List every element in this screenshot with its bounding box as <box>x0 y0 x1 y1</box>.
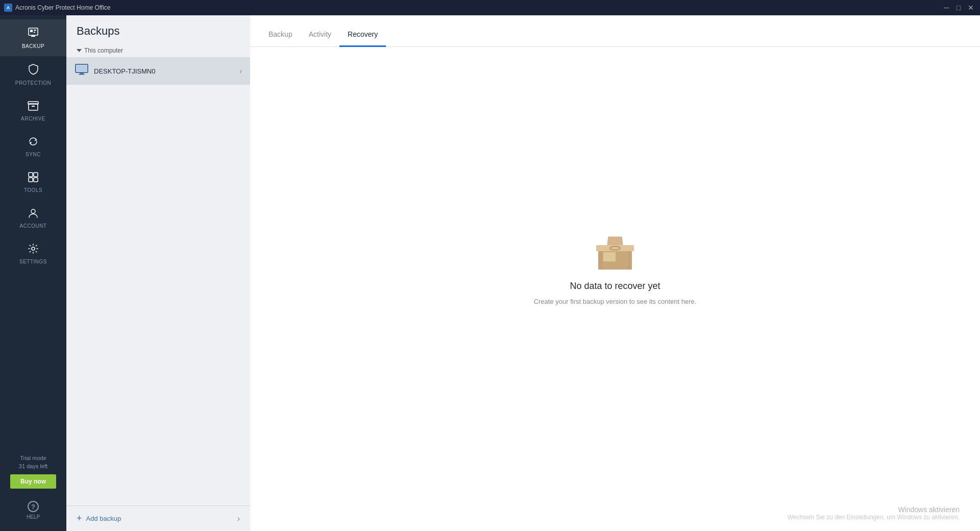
settings-icon <box>28 243 39 256</box>
svg-rect-7 <box>28 102 38 104</box>
sidebar-item-account-label: ACCOUNT <box>20 223 47 229</box>
sidebar-item-settings[interactable]: SETTINGS <box>0 236 66 272</box>
add-backup-bar: + Add backup › <box>66 505 250 531</box>
app-logo: A <box>4 4 12 12</box>
empty-state-icon <box>592 232 638 275</box>
empty-state: No data to recover yet Create your first… <box>250 47 980 531</box>
sidebar-item-protection[interactable]: PROTECTION <box>0 56 66 93</box>
sidebar-item-archive-label: ARCHIVE <box>21 116 45 122</box>
monitor-icon <box>75 63 89 79</box>
sidebar-item-backup[interactable]: BACKUP <box>0 19 66 56</box>
tabs-bar: Backup Activity Recovery <box>250 15 980 47</box>
svg-rect-23 <box>603 252 616 261</box>
right-panel: Backup Activity Recovery <box>250 15 980 531</box>
plus-icon: + <box>77 513 82 524</box>
svg-point-14 <box>32 247 35 250</box>
app-body: BACKUP PROTECTION ARCHIVE <box>0 15 980 531</box>
add-backup-button[interactable]: + Add backup <box>77 513 121 524</box>
tab-backup[interactable]: Backup <box>260 30 301 47</box>
tab-recovery[interactable]: Recovery <box>339 30 386 47</box>
add-backup-label: Add backup <box>86 515 121 522</box>
sidebar-item-settings-label: SETTINGS <box>19 259 47 264</box>
sidebar-item-sync[interactable]: SYNC <box>0 129 66 164</box>
svg-rect-9 <box>29 173 33 177</box>
svg-rect-3 <box>34 32 35 33</box>
window-controls[interactable]: ─ □ ✕ <box>941 3 976 13</box>
svg-rect-17 <box>79 74 85 75</box>
chevron-right-icon: › <box>239 67 242 75</box>
svg-rect-24 <box>598 251 602 270</box>
close-button[interactable]: ✕ <box>966 3 976 13</box>
help-icon: ? <box>28 501 39 512</box>
sidebar-bottom: Trial mode 31 days left Buy now ? HELP <box>0 454 66 531</box>
sidebar-item-sync-label: SYNC <box>26 152 41 157</box>
sidebar: BACKUP PROTECTION ARCHIVE <box>0 15 66 531</box>
empty-state-title: No data to recover yet <box>570 281 660 292</box>
svg-rect-6 <box>29 104 38 110</box>
trial-line1: Trial mode <box>19 454 47 462</box>
collapse-icon[interactable] <box>77 49 82 52</box>
svg-rect-18 <box>77 65 87 71</box>
left-panel: Backups This computer DESKTOP-TJISMN0 › <box>66 15 250 531</box>
backup-icon <box>27 27 39 40</box>
computer-name: DESKTOP-TJISMN0 <box>94 67 155 75</box>
protection-icon <box>28 63 39 77</box>
computer-item[interactable]: DESKTOP-TJISMN0 › <box>66 57 250 85</box>
sidebar-item-help[interactable]: ? HELP <box>0 495 66 526</box>
svg-rect-5 <box>33 35 34 36</box>
this-computer-label: This computer <box>66 44 250 57</box>
svg-rect-2 <box>34 30 36 31</box>
svg-rect-11 <box>29 178 33 182</box>
computer-item-left: DESKTOP-TJISMN0 <box>75 63 155 79</box>
svg-rect-25 <box>628 251 632 270</box>
add-backup-chevron-icon: › <box>237 514 240 523</box>
empty-state-subtitle: Create your first backup version to see … <box>534 298 697 305</box>
sidebar-item-tools-label: TOOLS <box>24 187 42 193</box>
sidebar-item-account[interactable]: ACCOUNT <box>0 200 66 236</box>
svg-rect-19 <box>81 72 83 74</box>
sidebar-item-protection-label: PROTECTION <box>15 80 52 86</box>
titlebar: A Acronis Cyber Protect Home Office ─ □ … <box>0 0 980 15</box>
trial-line2: 31 days left <box>19 463 47 470</box>
titlebar-left: A Acronis Cyber Protect Home Office <box>4 4 111 12</box>
trial-info: Trial mode 31 days left <box>19 454 47 470</box>
buy-now-button[interactable]: Buy now <box>10 474 56 489</box>
tab-activity[interactable]: Activity <box>301 30 339 47</box>
account-icon <box>28 207 39 220</box>
svg-point-13 <box>31 209 35 213</box>
minimize-button[interactable]: ─ <box>941 3 951 13</box>
sidebar-item-backup-label: BACKUP <box>22 43 44 49</box>
sidebar-item-tools[interactable]: TOOLS <box>0 164 66 200</box>
sync-icon <box>28 136 39 149</box>
archive-icon <box>28 100 39 113</box>
app-title: Acronis Cyber Protect Home Office <box>15 4 111 11</box>
svg-rect-12 <box>34 178 38 182</box>
tools-icon <box>28 172 39 184</box>
sidebar-item-archive[interactable]: ARCHIVE <box>0 93 66 129</box>
svg-rect-1 <box>30 30 33 32</box>
backups-title: Backups <box>66 15 250 44</box>
svg-rect-0 <box>29 28 38 35</box>
restore-button[interactable]: □ <box>953 3 964 13</box>
svg-rect-8 <box>32 106 35 107</box>
svg-rect-10 <box>34 173 38 177</box>
help-label: HELP <box>27 514 40 520</box>
